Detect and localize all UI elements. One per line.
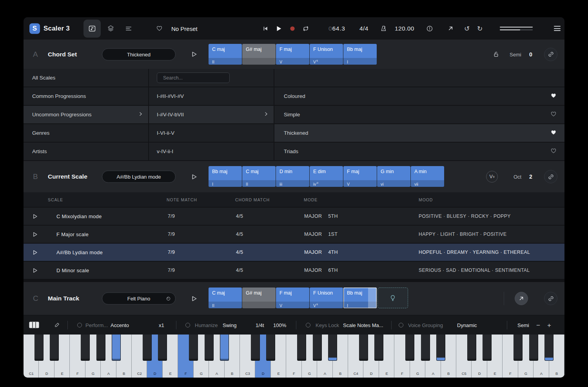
piano-key-D#4[interactable] (374, 335, 383, 361)
track-pad-f-maj[interactable]: F maj V (276, 288, 309, 308)
chord-pad-c-maj[interactable]: C maj II (209, 44, 242, 65)
humanize-value[interactable]: Swing (223, 322, 236, 328)
voice-grouping-value[interactable]: Dynamic (457, 322, 477, 328)
piano-key-G#1[interactable] (96, 335, 105, 361)
heart-outline-icon[interactable] (550, 111, 557, 119)
keys-lock-toggle[interactable] (306, 323, 310, 327)
variation-coloured[interactable]: Coloured (274, 87, 564, 105)
piano-key-F#3[interactable] (297, 335, 306, 361)
level-meter[interactable] (500, 27, 533, 31)
humanize-rate[interactable]: 1/4t (256, 322, 264, 328)
play-row-icon[interactable] (31, 267, 38, 274)
piano-key-F#5[interactable] (514, 335, 523, 361)
piano-key-G#3[interactable] (313, 335, 322, 361)
scale-pad-bb-maj[interactable]: Bb maj I (209, 166, 242, 187)
piano-key-G#5[interactable] (529, 335, 538, 361)
semi-plus-button[interactable]: + (547, 322, 551, 328)
play-transport-button[interactable] (274, 24, 283, 33)
heart-outline-icon[interactable] (550, 148, 557, 156)
scale-pad-c-maj[interactable]: C maj II (242, 166, 276, 187)
chord-pad-bb-maj[interactable]: Bb maj I (343, 44, 377, 65)
category-genres[interactable]: Genres (24, 124, 148, 142)
piano-key-C#3[interactable] (251, 335, 260, 361)
suggest-chord-pad[interactable] (377, 288, 408, 308)
piano-key-G#4[interactable] (421, 335, 430, 361)
track-pad-f-unison[interactable]: F Unison Vs (310, 288, 343, 308)
octave-value[interactable]: 2 (529, 174, 532, 180)
favorite-preset-button[interactable] (155, 24, 163, 33)
heart-filled-icon[interactable] (550, 92, 557, 100)
piano-key-D#1[interactable] (50, 335, 59, 361)
track-pad-c-maj[interactable]: C maj II (209, 288, 242, 308)
piano-key-A#5[interactable] (544, 335, 554, 361)
voice-grouping-toggle[interactable] (399, 323, 403, 327)
category-uncommon-progressions[interactable]: Uncommon Progressions (24, 106, 148, 123)
piano-key-D#5[interactable] (483, 335, 492, 361)
progression-item-3[interactable]: I-VI-ii-V (149, 124, 274, 142)
preset-name[interactable]: No Preset (171, 25, 198, 32)
scale-pad-a-min[interactable]: A min vii (411, 166, 444, 187)
scale-pad-g-min[interactable]: G min vi (377, 166, 410, 187)
piano-key-C#5[interactable] (467, 335, 476, 361)
piano-key-C#4[interactable] (359, 335, 368, 361)
variation-thickened[interactable]: Thickened (274, 124, 564, 142)
list-icon-button[interactable] (124, 24, 133, 33)
piano-key-A#3[interactable] (328, 335, 337, 361)
search-box[interactable] (157, 72, 230, 83)
detach-track-button[interactable] (515, 292, 528, 305)
scale-row-bb-lydian-selected[interactable]: A#/Bb Lydian mode 7/9 4/5 MAJOR4TH HOPEF… (24, 244, 564, 261)
category-artists[interactable]: Artists (24, 143, 148, 160)
current-scale-selector[interactable]: A#/Bb Lydian mode (102, 171, 176, 183)
alert-button[interactable] (425, 24, 434, 33)
semi-value-a[interactable]: 0 (529, 51, 532, 58)
layers-icon-button[interactable] (106, 24, 115, 33)
scale-row-f-major[interactable]: F Major scale 7/9 4/5 MAJOR1ST HAPPY · L… (24, 226, 564, 243)
piano-key-F#2[interactable] (189, 335, 198, 361)
humanize-toggle[interactable] (185, 323, 190, 327)
piano-key-F#4[interactable] (405, 335, 414, 361)
scale-pad-e-dim[interactable]: E dim ivo (310, 166, 343, 187)
semi-minus-button[interactable]: − (536, 322, 540, 328)
link-button-c[interactable] (544, 292, 557, 305)
scale-row-c-mixolydian[interactable]: C Mixolydian mode 7/9 4/5 MAJOR5TH POSIT… (24, 208, 564, 225)
skip-back-button[interactable] (261, 24, 270, 33)
variation-triads[interactable]: Triads (274, 143, 564, 160)
play-row-icon[interactable] (31, 231, 38, 238)
heart-filled-icon[interactable] (550, 129, 557, 137)
scale-pad-f-maj[interactable]: F maj V (343, 166, 377, 187)
play-row-icon[interactable] (31, 213, 38, 220)
chord-set-selector[interactable]: Thickened (102, 48, 176, 60)
play-chord-set-button[interactable] (190, 50, 198, 59)
brush-button[interactable] (51, 320, 63, 330)
variation-simple[interactable]: Simple (274, 106, 564, 123)
progression-item-1[interactable]: I-#II-#VI-#V (149, 87, 274, 105)
link-button-b[interactable] (544, 170, 557, 183)
humanize-amount[interactable]: 100% (273, 322, 286, 328)
search-input[interactable] (163, 75, 226, 81)
piano-key-A#4[interactable] (436, 335, 445, 361)
piano-key-D#3[interactable] (266, 335, 275, 361)
play-row-icon[interactable] (31, 249, 38, 256)
piano-key-G#2[interactable] (205, 335, 214, 361)
piano-key-A#2[interactable] (220, 335, 229, 361)
chord-pad-f-unison[interactable]: F Unison Vs (310, 44, 343, 65)
scale-pad-d-min[interactable]: D min iii (276, 166, 309, 187)
link-button-a[interactable] (544, 48, 557, 61)
piano-key-F#1[interactable] (81, 335, 90, 361)
record-button[interactable] (288, 24, 297, 33)
play-scale-button[interactable] (190, 172, 198, 181)
progression-item-2[interactable]: I-#V-IV-bVII (149, 106, 274, 123)
time-signature[interactable]: 4/4 (359, 25, 368, 32)
piano-key-D#2[interactable] (158, 335, 167, 361)
keyboard-toggle-button[interactable] (28, 320, 40, 330)
perform-value[interactable]: Accento (111, 322, 129, 328)
loop-button[interactable] (301, 24, 310, 33)
piano-key-C#1[interactable] (34, 335, 44, 361)
metronome-button[interactable] (379, 24, 388, 33)
category-common-progressions[interactable]: Common Progressions (24, 87, 148, 105)
piano-key-C#2[interactable] (143, 335, 152, 361)
track-pad-bb-maj-active[interactable]: Bb maj I (343, 288, 377, 308)
tempo-value[interactable]: 120.00 (395, 25, 414, 32)
play-track-button[interactable] (190, 294, 198, 303)
piano-key-A#1[interactable] (112, 335, 121, 361)
